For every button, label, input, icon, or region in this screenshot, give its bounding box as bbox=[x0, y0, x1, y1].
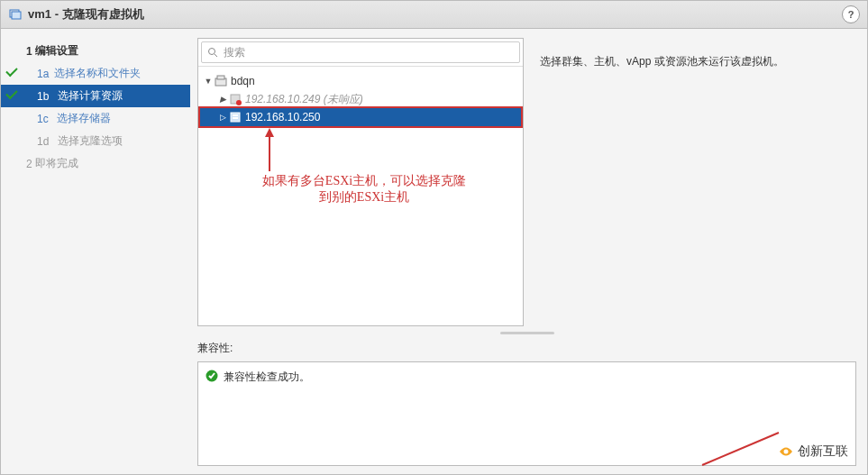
annotation-arrow-icon bbox=[256, 128, 283, 173]
compatibility-panel: 兼容性检查成功。 创新互联 bbox=[197, 361, 856, 466]
window-title: vm1 - 克隆现有虚拟机 bbox=[28, 6, 144, 23]
svg-point-2 bbox=[209, 49, 215, 55]
tree-item-label: 192.168.10.249 bbox=[245, 93, 320, 105]
collapse-icon[interactable]: ▼ bbox=[204, 77, 213, 86]
tree-item-label: 192.168.10.250 bbox=[245, 111, 320, 123]
svg-line-14 bbox=[702, 433, 779, 465]
watermark: 创新互联 bbox=[778, 443, 848, 460]
step-1[interactable]: 1 编辑设置 bbox=[1, 40, 190, 62]
step-1b[interactable]: 1b 选择计算资源 bbox=[1, 85, 190, 107]
svg-rect-5 bbox=[217, 76, 224, 79]
datacenter-icon bbox=[215, 75, 227, 87]
step-1c[interactable]: 1c 选择存储器 bbox=[1, 107, 190, 130]
search-placeholder: 搜索 bbox=[224, 45, 245, 60]
watermark-logo-icon bbox=[778, 443, 794, 460]
tree-root-label: bdqn bbox=[231, 75, 255, 87]
svg-rect-1 bbox=[12, 12, 21, 19]
wizard-steps: 1 编辑设置 1a选择名称和文件夹 1b 选择计算资源 1c 选择存储器 1d … bbox=[1, 29, 190, 475]
annotation-arrow-icon bbox=[693, 431, 783, 467]
expand-icon[interactable]: ▷ bbox=[218, 113, 227, 122]
step-1a[interactable]: 1a选择名称和文件夹 bbox=[1, 62, 190, 85]
svg-point-15 bbox=[784, 450, 789, 454]
annotation-text: 如果有多台ESXi主机，可以选择克隆 到别的ESXi主机 bbox=[238, 173, 490, 206]
help-button[interactable]: ? bbox=[842, 5, 860, 23]
svg-rect-10 bbox=[233, 117, 238, 119]
description-panel: 选择群集、主机、vApp 或资源池来运行该虚拟机。 bbox=[533, 38, 856, 326]
tree-root[interactable]: ▼ bdqn bbox=[200, 72, 521, 90]
svg-point-7 bbox=[236, 100, 242, 105]
success-icon bbox=[206, 370, 218, 382]
vm-icon bbox=[8, 7, 23, 22]
titlebar: vm1 - 克隆现有虚拟机 ? bbox=[1, 1, 867, 29]
search-input[interactable]: 搜索 bbox=[201, 41, 520, 63]
description-text: 选择群集、主机、vApp 或资源池来运行该虚拟机。 bbox=[540, 55, 784, 68]
svg-marker-12 bbox=[265, 128, 274, 137]
resource-tree-panel: 搜索 ▼ bdqn ▶ bbox=[197, 38, 524, 326]
tree-item-unresponsive[interactable]: ▶ 192.168.10.249 (未响应) bbox=[200, 90, 521, 108]
svg-rect-9 bbox=[233, 114, 238, 116]
resource-tree[interactable]: ▼ bdqn ▶ 192.168.10.249 (未响应) bbox=[198, 67, 523, 325]
tree-item-selected[interactable]: ▷ 192.168.10.250 bbox=[200, 108, 521, 126]
step-2: 2 即将完成 bbox=[1, 152, 190, 175]
host-icon bbox=[229, 111, 242, 123]
svg-line-3 bbox=[215, 54, 217, 57]
compatibility-label: 兼容性: bbox=[197, 339, 856, 358]
splitter[interactable] bbox=[197, 330, 856, 335]
search-icon bbox=[207, 47, 218, 58]
step-1d: 1d 选择克隆选项 bbox=[1, 130, 190, 152]
host-icon bbox=[229, 93, 242, 105]
compatibility-message: 兼容性检查成功。 bbox=[224, 370, 310, 385]
expand-icon[interactable]: ▶ bbox=[218, 95, 227, 104]
